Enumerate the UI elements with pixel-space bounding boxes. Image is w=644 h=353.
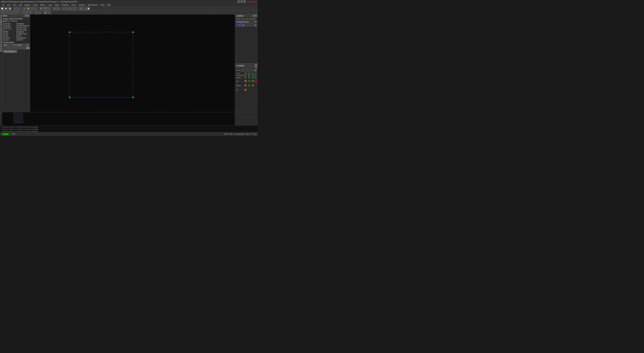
- vis-close-btn[interactable]: ✕: [255, 66, 257, 68]
- close-button[interactable]: ✕: [244, 0, 246, 3]
- find-by-query-button[interactable]: Find by Query...: [3, 50, 17, 53]
- tool-route[interactable]: ∿: [0, 48, 2, 50]
- tool-via[interactable]: ⊙: [0, 32, 2, 34]
- chk-shapes[interactable]: [16, 23, 18, 25]
- tool-pin[interactable]: ◇: [0, 34, 2, 37]
- check-ratsnests[interactable]: Ratsnests: [16, 37, 29, 39]
- tool-net[interactable]: ≡: [0, 43, 2, 45]
- check-lines[interactable]: Lines: [3, 39, 16, 41]
- check-drc-errors[interactable]: DRC errors: [16, 33, 29, 35]
- chk-groups[interactable]: [3, 23, 5, 25]
- tool-shape[interactable]: ◼: [0, 50, 2, 52]
- check-text[interactable]: Text: [16, 35, 29, 37]
- tb-via[interactable]: ⊙: [66, 7, 70, 11]
- menu-analyze[interactable]: Analyze: [78, 4, 86, 6]
- menu-display[interactable]: Display: [24, 4, 32, 6]
- tool-arc[interactable]: ⌒: [0, 26, 2, 28]
- menu-shape[interactable]: Shape: [39, 4, 46, 6]
- tool-pan[interactable]: ✋: [0, 21, 2, 23]
- vis-planes-plan[interactable]: [244, 77, 246, 79]
- tb2-route-connect[interactable]: ∿: [34, 11, 38, 15]
- menu-view[interactable]: View: [12, 4, 18, 6]
- vis-bot-c2[interactable]: [248, 85, 250, 86]
- class-select[interactable]: Package Keepin: [236, 20, 257, 23]
- menu-place[interactable]: Place: [54, 4, 60, 6]
- tb-redo[interactable]: ↪: [17, 7, 21, 11]
- tb2-add-rect[interactable]: □: [8, 11, 12, 15]
- maximize-button[interactable]: □: [240, 0, 243, 3]
- tool-line[interactable]: ╱: [0, 24, 2, 26]
- fbn-search-input[interactable]: [3, 47, 25, 49]
- tb-new[interactable]: 📄: [0, 7, 4, 11]
- check-symbols[interactable]: Symbols: [3, 27, 16, 29]
- tb-open[interactable]: 📂: [4, 7, 8, 11]
- check-vias[interactable]: Vias: [3, 35, 16, 37]
- chk-drc-errors[interactable]: [16, 33, 18, 35]
- vis-pin-btn[interactable]: 📌: [255, 64, 257, 66]
- find-panel-close[interactable]: ✕: [27, 15, 29, 17]
- vis-cond-via[interactable]: [252, 75, 254, 76]
- chk-pins[interactable]: [3, 33, 5, 35]
- vis-bot-c3[interactable]: [252, 85, 254, 86]
- chk-cline-segs[interactable]: [16, 27, 18, 29]
- check-cline-segs[interactable]: Cline segs: [16, 27, 29, 29]
- chk-functions[interactable]: [3, 29, 5, 31]
- vis-planes-via[interactable]: [252, 77, 254, 79]
- vis-top-c3[interactable]: [252, 80, 254, 82]
- tb-zoom-in[interactable]: 🔍: [40, 7, 43, 11]
- chk-other-segs[interactable]: [16, 29, 18, 31]
- tb2-place-via[interactable]: ⊙: [25, 11, 29, 15]
- check-functions[interactable]: Functions: [3, 29, 16, 31]
- tool-select[interactable]: ↖: [0, 15, 2, 17]
- check-pins[interactable]: Pins: [3, 33, 16, 35]
- tool-grid[interactable]: ⊞: [0, 45, 2, 47]
- menu-file[interactable]: File: [1, 4, 6, 6]
- all-off-radio[interactable]: All Off: [10, 20, 17, 22]
- tb2-route-slide[interactable]: ⌇: [38, 11, 42, 15]
- chk-text[interactable]: [16, 35, 18, 37]
- find-panel-pin[interactable]: 📌: [25, 15, 27, 17]
- tb-undo[interactable]: ↩: [14, 7, 17, 11]
- all-on-radio-btn[interactable]: [3, 21, 4, 22]
- tb-delete[interactable]: ✂: [34, 7, 38, 11]
- menu-logic[interactable]: Logic: [47, 4, 53, 6]
- check-shapes[interactable]: Shapes: [16, 23, 29, 25]
- check-clines[interactable]: Clines: [3, 37, 16, 39]
- tb2-add-circle[interactable]: ○: [12, 11, 16, 15]
- all-off-radio-btn[interactable]: [10, 21, 12, 22]
- tb-select[interactable]: ⊞: [23, 7, 26, 11]
- check-other-segs[interactable]: Other segs: [16, 29, 29, 31]
- views-select[interactable]: [241, 69, 257, 72]
- options-close-btn[interactable]: ✕: [255, 15, 257, 17]
- chk-voids[interactable]: [16, 25, 18, 27]
- vis-top-c2[interactable]: [248, 80, 250, 82]
- menu-add[interactable]: Add: [18, 4, 23, 6]
- menu-route[interactable]: Route: [70, 4, 77, 6]
- tool-zoom[interactable]: ⊕: [0, 19, 2, 21]
- tool-poly[interactable]: ⬡: [0, 28, 2, 30]
- tb2-shape-add[interactable]: ◼: [44, 11, 47, 15]
- menu-flowplan[interactable]: FlowPlan: [60, 4, 70, 6]
- fbn-select-field[interactable]: Name: [16, 44, 29, 46]
- log-area[interactable]: ↳ Grids are drawn 40, 40 apart for enhan…: [0, 126, 258, 132]
- tb-netlist[interactable]: ≡: [74, 7, 77, 11]
- tb-zoom-fit[interactable]: ⊡: [47, 7, 51, 11]
- check-nets[interactable]: Nets: [3, 31, 16, 33]
- tb-zoom-out[interactable]: 🔎: [44, 7, 47, 11]
- tb-grid[interactable]: ⊞: [53, 7, 56, 11]
- tb2-place-pin[interactable]: ◇: [29, 11, 32, 15]
- tb-3d[interactable]: 3D: [79, 7, 82, 11]
- all-on-radio[interactable]: All On: [3, 20, 10, 22]
- overview-viewport[interactable]: [14, 113, 23, 123]
- chk-rat-ts[interactable]: [16, 39, 18, 41]
- canvas-area[interactable]: [30, 15, 235, 112]
- tool-drc[interactable]: ⚠: [0, 41, 2, 43]
- tb-snap[interactable]: ◎: [56, 7, 60, 11]
- menu-manufacture[interactable]: Manufacture: [86, 4, 99, 6]
- tb2-add-line[interactable]: ╱: [0, 11, 4, 15]
- vis-bot-c1[interactable]: [244, 85, 246, 86]
- options-pin-btn[interactable]: 📌: [253, 15, 255, 17]
- vis-top-c4[interactable]: [255, 80, 257, 82]
- chk-lines[interactable]: [3, 39, 5, 41]
- vis-cond-pin[interactable]: [255, 75, 256, 76]
